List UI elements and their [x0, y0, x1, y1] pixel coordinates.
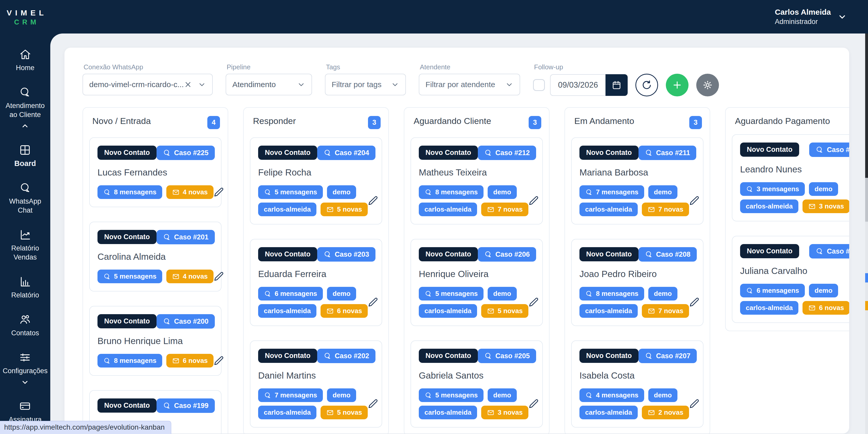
new-messages-badge: 3 novas	[481, 406, 528, 419]
followup-date-input[interactable]: 09/03/2026	[550, 74, 606, 96]
kanban-card[interactable]: Novo ContatoCaso #201Carolina Almeida5 m…	[89, 222, 221, 292]
kanban-card[interactable]: Novo ContatoCaso #200Bruno Henrique Lima…	[89, 306, 221, 376]
edit-card-button[interactable]	[214, 356, 224, 366]
user-menu[interactable]: Carlos Almeida Administrador	[775, 8, 868, 26]
case-badge[interactable]: Caso #200	[157, 314, 215, 329]
case-badge[interactable]: Caso #212	[478, 145, 536, 160]
attendant-label: Atendente	[420, 63, 520, 71]
case-badge[interactable]: Caso #	[809, 142, 849, 157]
card-header: Novo ContatoCaso #211	[580, 145, 695, 160]
calendar-button[interactable]	[606, 74, 628, 96]
edit-card-button[interactable]	[368, 195, 378, 206]
tag-badge: demo	[327, 389, 356, 402]
kanban-card[interactable]: Novo ContatoCaso #212Matheus Teixeira8 m…	[410, 137, 543, 225]
clear-icon[interactable]	[184, 80, 192, 89]
attendant-select[interactable]: Filtrar por atendente	[419, 74, 520, 95]
kanban-card[interactable]: Novo ContatoCaso #225Lucas Fernandes8 me…	[89, 137, 221, 207]
edit-card-button[interactable]	[214, 187, 224, 198]
case-label: Caso #203	[335, 251, 369, 259]
sidebar-item-relatorio[interactable]: Relatório	[11, 275, 39, 300]
badge-label: 6 novas	[337, 307, 362, 315]
scrollbar-track[interactable]	[865, 34, 868, 178]
badge-label: 8 mensagens	[596, 290, 639, 298]
case-label: Caso #208	[656, 251, 690, 259]
chat-bubble-icon	[645, 250, 653, 259]
status-url-tooltip: https://app.vimeltech.com/pages/evolutio…	[0, 421, 171, 434]
chat-bubble-icon	[103, 357, 111, 365]
column-header: Novo / Entrada4	[89, 114, 221, 129]
sidebar-item-whatsapp-chat[interactable]: WhatsAppChat	[9, 181, 41, 215]
chat-bubble-icon	[103, 273, 111, 280]
add-button[interactable]	[666, 74, 688, 96]
tag-badge: demo	[327, 287, 356, 301]
edit-card-button[interactable]	[528, 195, 539, 206]
settings-button[interactable]	[696, 74, 719, 96]
case-badge[interactable]: Caso #	[809, 244, 849, 259]
kanban-card[interactable]: Novo ContatoCaso #203Eduarda Ferreira6 m…	[250, 239, 382, 326]
kanban-card[interactable]: Novo ContatoCaso #207Isabela Costa4 mens…	[571, 340, 704, 428]
badge-label: demo	[333, 188, 350, 196]
case-badge[interactable]: Caso #202	[317, 349, 375, 363]
edit-card-button[interactable]	[689, 398, 700, 409]
tags-select[interactable]: Filtrar por tags	[325, 74, 406, 95]
followup-checkbox[interactable]	[533, 79, 545, 91]
scrollbar-thumb[interactable]	[865, 178, 868, 222]
user-info: Carlos Almeida Administrador	[775, 8, 831, 26]
kanban-card[interactable]: Novo ContatoCaso #205Gabriela Santos5 me…	[410, 340, 543, 428]
case-badge[interactable]: Caso #199	[157, 398, 215, 413]
kanban-card[interactable]: Novo ContatoCaso #211Mariana Barbosa7 me…	[571, 137, 704, 225]
edit-card-button[interactable]	[368, 297, 378, 308]
edit-card-button[interactable]	[528, 297, 539, 308]
mail-icon	[172, 273, 180, 280]
status-pill: Novo Contato	[580, 349, 639, 363]
edit-card-button[interactable]	[368, 398, 378, 409]
kanban-card[interactable]: Novo ContatoCaso #202Daniel Martins7 men…	[250, 340, 382, 428]
tag-badge: demo	[648, 389, 677, 402]
tag-badge: carlos-almeida	[580, 203, 638, 216]
connection-select[interactable]: demo-vimel-crm-ricardo-c...	[83, 74, 213, 95]
refresh-button[interactable]	[636, 74, 658, 96]
badge-label: 3 mensagens	[756, 185, 799, 193]
sidebar-item-relatorio-vendas[interactable]: RelatórioVendas	[11, 228, 39, 262]
card-footer: 5 mensagens4 novas	[97, 270, 213, 283]
sidebar-item-atendimento-ao-cliente[interactable]: Atendimentoao Cliente	[6, 86, 45, 130]
case-badge[interactable]: Caso #204	[317, 145, 375, 160]
sidebar-item-contatos[interactable]: Contatos	[11, 313, 39, 338]
messages-badge: 6 mensagens	[258, 287, 323, 301]
case-badge[interactable]: Caso #201	[157, 230, 215, 244]
chat-bubble-icon	[103, 189, 111, 196]
sidebar-item-home[interactable]: Home	[16, 48, 34, 72]
new-messages-badge: 5 novas	[481, 304, 528, 318]
case-badge[interactable]: Caso #211	[639, 145, 696, 160]
case-badge[interactable]: Caso #207	[639, 349, 697, 363]
edit-card-button[interactable]	[689, 195, 700, 206]
calendar-icon	[612, 80, 622, 90]
kanban-card[interactable]: Novo ContatoCaso #208Joao Pedro Ribeiro8…	[571, 239, 704, 326]
edit-card-button[interactable]	[214, 271, 224, 282]
kanban-card[interactable]: Novo ContatoCaso #204Felipe Rocha5 mensa…	[250, 137, 382, 225]
followup-date-control: 09/03/2026	[550, 74, 628, 96]
case-badge[interactable]: Caso #205	[478, 349, 536, 363]
kanban-card[interactable]: Novo ContatoCaso #Leandro Nunes3 mensage…	[732, 134, 849, 222]
kanban-card[interactable]: Novo ContatoCaso #206Henrique Oliveira5 …	[410, 239, 543, 326]
new-messages-badge: 2 novas	[642, 406, 689, 419]
edit-card-button[interactable]	[689, 297, 700, 308]
case-badge[interactable]: Caso #203	[317, 247, 375, 262]
kanban-card[interactable]: Novo ContatoCaso #Juliana Carvalho6 mens…	[732, 236, 849, 323]
contact-name: Daniel Martins	[258, 370, 374, 381]
badge-row: 5 mensagensdemo	[258, 185, 368, 199]
tag-badge: demo	[648, 287, 677, 301]
pipeline-select[interactable]: Atendimento	[226, 74, 312, 95]
contact-name: Mariana Barbosa	[580, 167, 695, 177]
badge-rows: 6 mensagensdemocarlos-almeida6 novas	[258, 287, 368, 318]
edit-card-button[interactable]	[528, 398, 539, 409]
sidebar-item-board[interactable]: Board	[14, 143, 36, 168]
sidebar-item-configuracoes[interactable]: Configurações	[3, 351, 48, 386]
case-badge[interactable]: Caso #208	[639, 247, 697, 262]
messages-badge: 8 mensagens	[97, 354, 162, 368]
case-badge[interactable]: Caso #225	[157, 145, 215, 160]
kanban-column-em-andamento: Em Andamento3Novo ContatoCaso #211Marian…	[564, 107, 710, 433]
case-badge[interactable]: Caso #206	[478, 247, 536, 262]
mail-icon	[808, 304, 816, 312]
column-title: Aguardando Pagamento	[735, 116, 830, 126]
